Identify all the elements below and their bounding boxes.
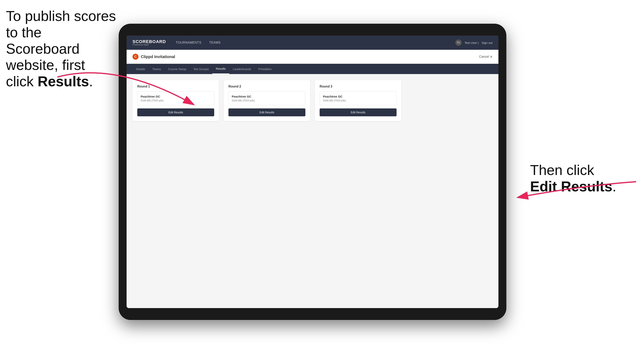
nav-tournaments[interactable]: TOURNAMENTS [176,41,201,44]
logo-subtitle: Powered by clippd [132,44,149,46]
main-content: Round 1 Peachtree GC Gold (M) (7010 yds)… [126,74,498,308]
rounds-grid: Round 1 Peachtree GC Gold (M) (7010 yds)… [132,80,492,121]
round-1-card: Round 1 Peachtree GC Gold (M) (7010 yds)… [132,80,219,121]
tournament-title-area: C Clippd Invitational [132,54,175,60]
round-1-edit-results-button[interactable]: Edit Results [137,108,214,116]
tournament-icon: C [132,54,138,60]
round-1-course-details: Gold (M) (7010 yds) [141,99,211,102]
user-avatar: TU [455,39,462,46]
tab-tee-groups[interactable]: Tee Groups [190,64,212,74]
tablet-device: SCOREBOARD Powered by clippd TOURNAMENTS… [119,24,506,320]
round-2-course-details: Gold (M) (7010 yds) [232,99,302,102]
tournament-header: C Clippd Invitational Cancel ✕ [126,50,498,64]
tab-details[interactable]: Details [132,64,149,74]
round-3-course-card: Peachtree GC Gold (M) (7010 yds) [320,91,396,105]
tab-teams[interactable]: Teams [149,64,164,74]
round-3-edit-results-button[interactable]: Edit Results [320,108,396,116]
tab-course-setup[interactable]: Course Setup [164,64,190,74]
cancel-button[interactable]: Cancel ✕ [479,55,492,59]
round-2-card: Round 2 Peachtree GC Gold (M) (7010 yds)… [224,80,310,121]
user-name: Test User | [464,41,479,44]
nav-links: TOURNAMENTS TEAMS [176,41,455,44]
sub-navigation: Details Teams Course Setup Tee Groups Re… [126,64,498,74]
round-1-course-card: Peachtree GC Gold (M) (7010 yds) [137,91,214,105]
round-2-course-name: Peachtree GC [232,95,302,98]
round-2-edit-results-button[interactable]: Edit Results [228,108,306,116]
nav-teams[interactable]: TEAMS [209,41,221,44]
tournament-title: Clippd Invitational [141,54,175,59]
round-2-title: Round 2 [228,85,306,88]
round-2-course-card: Peachtree GC Gold (M) (7010 yds) [228,91,306,105]
empty-column [406,80,492,121]
tablet-screen: SCOREBOARD Powered by clippd TOURNAMENTS… [126,35,498,308]
round-3-card: Round 3 Peachtree GC Gold (M) (7010 yds)… [315,80,401,121]
round-3-title: Round 3 [320,85,396,88]
tab-printables[interactable]: Printables [255,64,275,74]
tab-results[interactable]: Results [212,64,229,74]
nav-right: TU Test User | Sign out [455,39,492,46]
instruction-right: Then click Edit Results. [530,162,616,195]
round-3-course-details: Gold (M) (7010 yds) [323,99,393,102]
sign-out-link[interactable]: Sign out [482,41,492,44]
round-1-course-name: Peachtree GC [141,95,211,98]
logo-text: SCOREBOARD [132,39,166,44]
round-3-course-name: Peachtree GC [323,95,393,98]
round-1-title: Round 1 [137,85,214,88]
logo-area: SCOREBOARD Powered by clippd [132,39,166,46]
instruction-left: To publish scores to the Scoreboard webs… [6,8,117,90]
tab-leaderboards[interactable]: Leaderboards [229,64,255,74]
top-navigation: SCOREBOARD Powered by clippd TOURNAMENTS… [126,35,498,50]
